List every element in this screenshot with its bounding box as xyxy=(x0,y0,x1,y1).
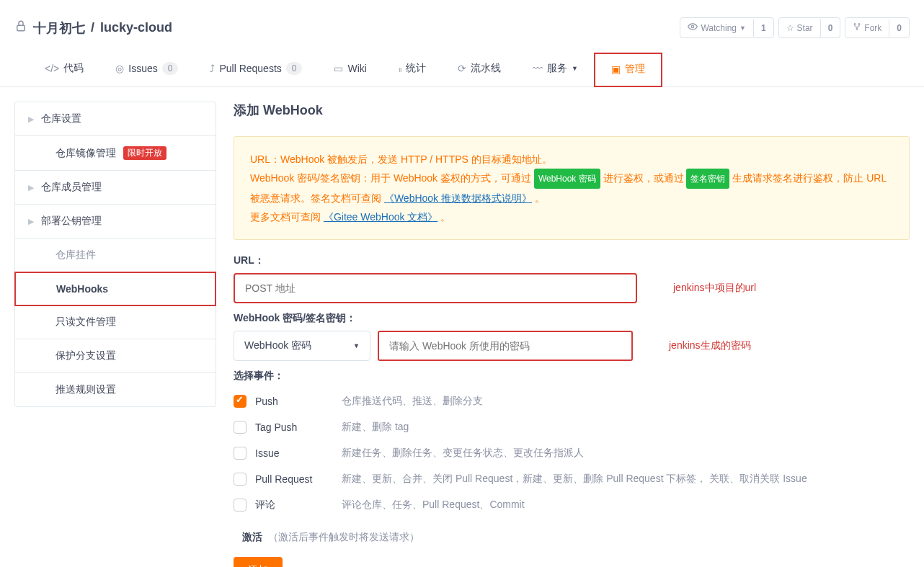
repo-title: 十月初七 / lucky-cloud xyxy=(14,19,172,37)
sidebar-item-repo-settings[interactable]: ▶仓库设置 xyxy=(15,102,216,136)
pr-icon: ⤴ xyxy=(210,63,215,74)
secret-type-select[interactable]: WebHook 密码 ▼ xyxy=(234,331,370,361)
repo-owner[interactable]: 十月初七 xyxy=(33,19,85,37)
svg-point-4 xyxy=(856,29,858,30)
watch-button[interactable]: Watching ▼ 1 xyxy=(680,17,773,38)
event-name: Tag Push xyxy=(255,421,342,433)
event-checkbox[interactable] xyxy=(234,395,246,408)
tab-services[interactable]: 〰服务▼ xyxy=(517,53,594,86)
sidebar-item-plugins[interactable]: 仓库挂件 xyxy=(15,238,216,272)
star-icon: ☆ xyxy=(786,23,794,33)
fork-icon xyxy=(853,22,861,33)
event-name: Issue xyxy=(255,447,342,459)
pulse-icon: 〰 xyxy=(533,63,543,74)
star-count: 0 xyxy=(820,19,840,37)
event-name: Push xyxy=(255,396,342,407)
sign-secret-chip: 签名密钥 xyxy=(686,169,729,189)
url-annotation: jenkins中项目的url xyxy=(673,282,756,295)
fork-button[interactable]: Fork 0 xyxy=(845,17,910,38)
limited-badge: 限时开放 xyxy=(123,146,166,160)
url-input[interactable] xyxy=(234,273,637,303)
svg-point-2 xyxy=(854,24,856,25)
webhook-password-chip: WebHook 密码 xyxy=(534,169,600,189)
book-icon: ▭ xyxy=(334,63,343,74)
admin-icon: ▣ xyxy=(611,63,621,75)
event-desc: 新建、删除 tag xyxy=(342,421,409,434)
event-checkbox[interactable] xyxy=(234,499,246,512)
svg-point-3 xyxy=(858,24,860,25)
event-name: Pull Request xyxy=(255,473,342,485)
lock-icon xyxy=(14,19,27,36)
sidebar-item-mirror[interactable]: 仓库镜像管理限时开放 xyxy=(15,136,216,171)
repo-name[interactable]: lucky-cloud xyxy=(100,20,172,35)
tab-admin[interactable]: ▣管理 xyxy=(594,53,662,87)
pipeline-icon: ⟳ xyxy=(458,63,466,74)
activate-hint: （激活后事件触发时将发送请求） xyxy=(268,531,419,544)
chevron-down-icon: ▼ xyxy=(572,65,578,72)
secret-label: WebHook 密码/签名密钥： xyxy=(234,312,910,325)
eye-icon xyxy=(688,22,698,34)
chevron-down-icon: ▼ xyxy=(739,24,746,32)
settings-sidebar: ▶仓库设置 仓库镜像管理限时开放 ▶仓库成员管理 ▶部署公钥管理 仓库挂件 We… xyxy=(14,102,216,407)
event-desc: 评论仓库、任务、Pull Request、Commit xyxy=(342,499,525,512)
event-desc: 新建任务、删除任务、变更任务状态、更改任务指派人 xyxy=(342,447,584,460)
event-desc: 仓库推送代码、推送、删除分支 xyxy=(342,395,483,408)
issues-icon: ◎ xyxy=(115,63,124,74)
sidebar-item-readonly[interactable]: 只读文件管理 xyxy=(15,305,216,339)
sidebar-item-push-rules[interactable]: 推送规则设置 xyxy=(15,373,216,406)
tab-stats[interactable]: ₗₗ统计 xyxy=(383,53,442,86)
tab-issues[interactable]: ◎Issues0 xyxy=(99,53,194,86)
star-button[interactable]: ☆ Star 0 xyxy=(778,17,841,38)
sidebar-item-deploy-keys[interactable]: ▶部署公钥管理 xyxy=(15,205,216,238)
secret-input[interactable] xyxy=(378,331,633,361)
fork-count: 0 xyxy=(889,19,909,37)
event-desc: 新建、更新、合并、关闭 Pull Request，新建、更新、删除 Pull R… xyxy=(342,473,807,486)
event-checkbox[interactable] xyxy=(234,421,246,434)
event-row: Tag Push新建、删除 tag xyxy=(234,414,910,440)
sidebar-item-webhooks[interactable]: WebHooks xyxy=(14,272,216,306)
event-checkbox[interactable] xyxy=(234,447,246,460)
tab-wiki[interactable]: ▭Wiki xyxy=(318,54,382,86)
repo-tabs: </>代码 ◎Issues0 ⤴Pull Requests0 ▭Wiki ₗₗ统… xyxy=(0,53,924,87)
events-label: 选择事件： xyxy=(234,370,910,383)
code-icon: </> xyxy=(45,63,59,74)
info-box: URL：WebHook 被触发后，发送 HTTP / HTTPS 的目标通知地址… xyxy=(234,136,910,240)
event-row: Pull Request新建、更新、合并、关闭 Pull Request，新建、… xyxy=(234,466,910,492)
chart-icon: ₗₗ xyxy=(399,63,401,74)
sidebar-item-members[interactable]: ▶仓库成员管理 xyxy=(15,171,216,205)
repo-actions: Watching ▼ 1 ☆ Star 0 Fork 0 xyxy=(680,17,910,38)
tab-pipeline[interactable]: ⟳流水线 xyxy=(442,53,517,86)
triangle-right-icon: ▶ xyxy=(28,217,35,226)
tab-code[interactable]: </>代码 xyxy=(29,53,99,86)
svg-point-1 xyxy=(692,25,695,28)
events-list: Push仓库推送代码、推送、删除分支Tag Push新建、删除 tagIssue… xyxy=(234,388,910,518)
watch-count: 1 xyxy=(753,19,773,37)
event-row: Push仓库推送代码、推送、删除分支 xyxy=(234,388,910,414)
sidebar-item-protected[interactable]: 保护分支设置 xyxy=(15,339,216,373)
page-title: 添加 WebHook xyxy=(234,102,910,119)
activate-label: 激活 xyxy=(242,531,262,544)
submit-button[interactable]: 添加 xyxy=(234,557,283,567)
chevron-down-icon: ▼ xyxy=(353,342,360,349)
gitee-webhook-doc-link[interactable]: 《Gitee WebHook 文档》 xyxy=(324,211,437,223)
event-row: 评论评论仓库、任务、Pull Request、Commit xyxy=(234,492,910,518)
url-label: URL： xyxy=(234,254,910,267)
activate-row: 激活 （激活后事件触发时将发送请求） xyxy=(234,518,910,553)
triangle-right-icon: ▶ xyxy=(28,115,35,124)
tab-pullrequests[interactable]: ⤴Pull Requests0 xyxy=(194,53,318,86)
event-checkbox[interactable] xyxy=(234,473,246,486)
webhook-format-link[interactable]: 《WebHook 推送数据格式说明》 xyxy=(384,192,532,204)
event-row: Issue新建任务、删除任务、变更任务状态、更改任务指派人 xyxy=(234,440,910,466)
event-name: 评论 xyxy=(255,499,342,512)
secret-annotation: jenkins生成的密码 xyxy=(669,339,751,352)
svg-rect-0 xyxy=(17,25,25,31)
triangle-right-icon: ▶ xyxy=(28,183,35,192)
content: 添加 WebHook URL：WebHook 被触发后，发送 HTTP / HT… xyxy=(234,102,910,567)
